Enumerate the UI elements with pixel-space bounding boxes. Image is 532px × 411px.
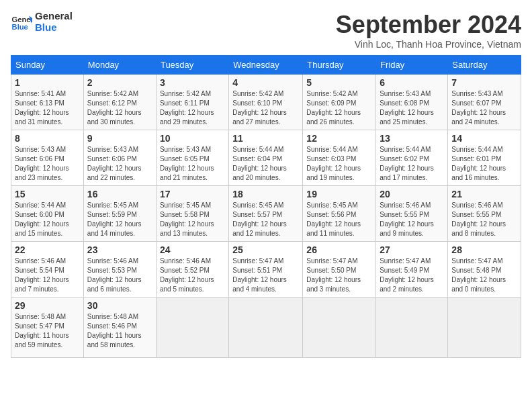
day-number: 10 xyxy=(160,133,225,144)
day-info: Sunrise: 5:44 AMSunset: 6:02 PMDaylight:… xyxy=(380,145,444,183)
day-number: 21 xyxy=(451,189,517,199)
day-number: 23 xyxy=(87,244,152,255)
day-number: 11 xyxy=(232,133,299,144)
calendar-cell xyxy=(303,298,376,358)
calendar-cell: 10Sunrise: 5:43 AMSunset: 6:05 PMDayligh… xyxy=(156,130,228,186)
calendar-cell: 6Sunrise: 5:43 AMSunset: 6:08 PMDaylight… xyxy=(376,75,448,130)
title-area: September 2024 Vinh Loc, Thanh Hoa Provi… xyxy=(336,11,521,50)
day-info: Sunrise: 5:46 AMSunset: 5:53 PMDaylight:… xyxy=(87,257,152,294)
day-number: 27 xyxy=(380,244,444,255)
day-number: 29 xyxy=(15,300,80,311)
day-info: Sunrise: 5:48 AMSunset: 5:46 PMDaylight:… xyxy=(87,312,152,350)
day-number: 12 xyxy=(306,133,372,144)
col-header-friday: Friday xyxy=(376,56,448,75)
day-number: 26 xyxy=(306,244,372,255)
day-number: 7 xyxy=(451,77,517,88)
day-info: Sunrise: 5:42 AMSunset: 6:11 PMDaylight:… xyxy=(160,89,225,127)
calendar-cell: 21Sunrise: 5:46 AMSunset: 5:55 PMDayligh… xyxy=(448,186,521,242)
day-info: Sunrise: 5:43 AMSunset: 6:05 PMDaylight:… xyxy=(160,145,225,183)
day-number: 19 xyxy=(306,189,372,199)
day-info: Sunrise: 5:46 AMSunset: 5:55 PMDaylight:… xyxy=(380,201,444,238)
calendar-cell: 29Sunrise: 5:48 AMSunset: 5:47 PMDayligh… xyxy=(11,298,84,358)
day-number: 25 xyxy=(232,244,299,255)
calendar-cell: 18Sunrise: 5:45 AMSunset: 5:57 PMDayligh… xyxy=(229,186,303,242)
calendar-cell: 1Sunrise: 5:41 AMSunset: 6:13 PMDaylight… xyxy=(11,75,84,130)
day-info: Sunrise: 5:45 AMSunset: 5:57 PMDaylight:… xyxy=(232,201,299,238)
day-info: Sunrise: 5:42 AMSunset: 6:12 PMDaylight:… xyxy=(87,89,152,127)
calendar-cell: 13Sunrise: 5:44 AMSunset: 6:02 PMDayligh… xyxy=(376,130,448,186)
day-info: Sunrise: 5:44 AMSunset: 6:00 PMDaylight:… xyxy=(15,201,80,238)
day-info: Sunrise: 5:48 AMSunset: 5:47 PMDaylight:… xyxy=(15,312,80,350)
day-number: 30 xyxy=(87,300,152,311)
logo: General Blue General Blue xyxy=(11,11,73,33)
calendar-cell: 7Sunrise: 5:43 AMSunset: 6:07 PMDaylight… xyxy=(448,75,521,130)
calendar-cell: 24Sunrise: 5:46 AMSunset: 5:52 PMDayligh… xyxy=(156,242,228,298)
day-info: Sunrise: 5:46 AMSunset: 5:55 PMDaylight:… xyxy=(451,201,517,238)
day-number: 5 xyxy=(306,77,372,88)
day-info: Sunrise: 5:42 AMSunset: 6:09 PMDaylight:… xyxy=(306,89,372,127)
month-title: September 2024 xyxy=(336,11,521,39)
logo-icon: General Blue xyxy=(11,11,32,33)
logo-line2: Blue xyxy=(35,22,73,34)
svg-text:General: General xyxy=(12,15,32,24)
calendar-cell xyxy=(448,298,521,358)
calendar-cell: 19Sunrise: 5:45 AMSunset: 5:56 PMDayligh… xyxy=(303,186,376,242)
day-info: Sunrise: 5:41 AMSunset: 6:13 PMDaylight:… xyxy=(15,89,80,127)
day-info: Sunrise: 5:47 AMSunset: 5:51 PMDaylight:… xyxy=(232,257,299,294)
day-info: Sunrise: 5:45 AMSunset: 5:56 PMDaylight:… xyxy=(306,201,372,238)
day-number: 4 xyxy=(232,77,299,88)
header: General Blue General Blue September 2024… xyxy=(11,11,521,50)
calendar-cell: 5Sunrise: 5:42 AMSunset: 6:09 PMDaylight… xyxy=(303,75,376,130)
calendar-cell: 3Sunrise: 5:42 AMSunset: 6:11 PMDaylight… xyxy=(156,75,228,130)
day-info: Sunrise: 5:47 AMSunset: 5:50 PMDaylight:… xyxy=(306,257,372,294)
day-info: Sunrise: 5:46 AMSunset: 5:52 PMDaylight:… xyxy=(160,257,225,294)
day-info: Sunrise: 5:43 AMSunset: 6:08 PMDaylight:… xyxy=(380,89,444,127)
day-info: Sunrise: 5:47 AMSunset: 5:48 PMDaylight:… xyxy=(451,257,517,294)
calendar-cell: 4Sunrise: 5:42 AMSunset: 6:10 PMDaylight… xyxy=(229,75,303,130)
calendar-cell: 20Sunrise: 5:46 AMSunset: 5:55 PMDayligh… xyxy=(376,186,448,242)
calendar-cell: 23Sunrise: 5:46 AMSunset: 5:53 PMDayligh… xyxy=(83,242,156,298)
day-info: Sunrise: 5:47 AMSunset: 5:49 PMDaylight:… xyxy=(380,257,444,294)
calendar-cell: 28Sunrise: 5:47 AMSunset: 5:48 PMDayligh… xyxy=(448,242,521,298)
day-info: Sunrise: 5:44 AMSunset: 6:01 PMDaylight:… xyxy=(451,145,517,183)
day-number: 14 xyxy=(451,133,517,144)
calendar-cell: 16Sunrise: 5:45 AMSunset: 5:59 PMDayligh… xyxy=(83,186,156,242)
col-header-wednesday: Wednesday xyxy=(229,56,303,75)
day-number: 28 xyxy=(451,244,517,255)
logo-line1: General xyxy=(35,11,73,22)
calendar-table: SundayMondayTuesdayWednesdayThursdayFrid… xyxy=(11,55,521,358)
day-number: 8 xyxy=(15,133,80,144)
calendar-cell: 27Sunrise: 5:47 AMSunset: 5:49 PMDayligh… xyxy=(376,242,448,298)
day-number: 16 xyxy=(87,189,152,199)
col-header-thursday: Thursday xyxy=(303,56,376,75)
day-number: 15 xyxy=(15,189,80,199)
calendar-cell: 2Sunrise: 5:42 AMSunset: 6:12 PMDaylight… xyxy=(83,75,156,130)
calendar-cell xyxy=(376,298,448,358)
day-info: Sunrise: 5:45 AMSunset: 5:58 PMDaylight:… xyxy=(160,201,225,238)
day-info: Sunrise: 5:42 AMSunset: 6:10 PMDaylight:… xyxy=(232,89,299,127)
day-number: 1 xyxy=(15,77,80,88)
calendar-cell: 15Sunrise: 5:44 AMSunset: 6:00 PMDayligh… xyxy=(11,186,84,242)
calendar-cell: 25Sunrise: 5:47 AMSunset: 5:51 PMDayligh… xyxy=(229,242,303,298)
day-info: Sunrise: 5:45 AMSunset: 5:59 PMDaylight:… xyxy=(87,201,152,238)
day-number: 18 xyxy=(232,189,299,199)
day-info: Sunrise: 5:43 AMSunset: 6:07 PMDaylight:… xyxy=(451,89,517,127)
col-header-saturday: Saturday xyxy=(448,56,521,75)
calendar-cell: 22Sunrise: 5:46 AMSunset: 5:54 PMDayligh… xyxy=(11,242,84,298)
day-number: 24 xyxy=(160,244,225,255)
day-number: 17 xyxy=(160,189,225,199)
col-header-monday: Monday xyxy=(83,56,156,75)
location-subtitle: Vinh Loc, Thanh Hoa Province, Vietnam xyxy=(336,39,521,50)
calendar-cell: 8Sunrise: 5:43 AMSunset: 6:06 PMDaylight… xyxy=(11,130,84,186)
calendar-cell: 26Sunrise: 5:47 AMSunset: 5:50 PMDayligh… xyxy=(303,242,376,298)
day-number: 3 xyxy=(160,77,225,88)
calendar-cell: 9Sunrise: 5:43 AMSunset: 6:06 PMDaylight… xyxy=(83,130,156,186)
day-number: 9 xyxy=(87,133,152,144)
day-number: 22 xyxy=(15,244,80,255)
col-header-sunday: Sunday xyxy=(11,56,84,75)
col-header-tuesday: Tuesday xyxy=(156,56,228,75)
calendar-cell: 30Sunrise: 5:48 AMSunset: 5:46 PMDayligh… xyxy=(83,298,156,358)
calendar-cell: 11Sunrise: 5:44 AMSunset: 6:04 PMDayligh… xyxy=(229,130,303,186)
day-number: 20 xyxy=(380,189,444,199)
day-number: 13 xyxy=(380,133,444,144)
